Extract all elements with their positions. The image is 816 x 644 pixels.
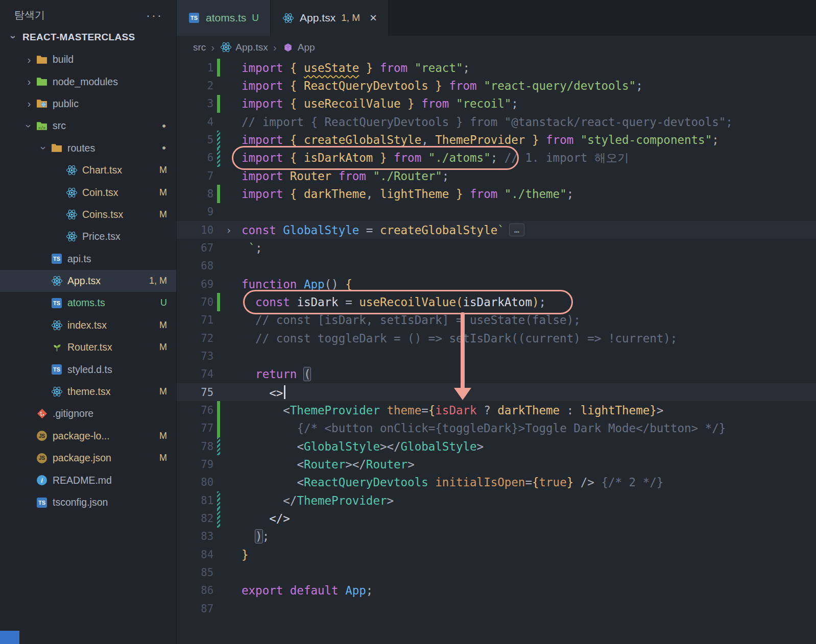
tree-item-readme-md[interactable]: iREADME.md [0, 469, 176, 491]
react-icon [65, 209, 78, 220]
code-line-86[interactable]: 86export default App; [177, 582, 816, 600]
tree-item-styled-d-ts[interactable]: TSstyled.d.ts [0, 358, 176, 380]
code-line-71[interactable]: 71 // const [isDark, setIsDark] = useSta… [177, 311, 816, 329]
project-root-label: REACT-MASTERCLASS [22, 32, 135, 43]
fold-chevron-icon[interactable]: › [223, 224, 235, 236]
tree-item-routes[interactable]: ›routes• [0, 137, 176, 159]
chevron-right-icon[interactable]: › [22, 76, 36, 88]
tree-item-label: Chart.tsx [82, 164, 122, 176]
remote-indicator[interactable] [0, 631, 19, 644]
code-line-84[interactable]: 84} [177, 546, 816, 563]
tab-app-tsx[interactable]: App.tsx1, M× [271, 0, 389, 36]
code-line-78[interactable]: 78 <GlobalStyle></GlobalStyle> [177, 437, 816, 455]
seedling-icon [51, 342, 63, 353]
breadcrumb-item-app[interactable]: App [282, 42, 315, 53]
javascript-icon: JS [36, 430, 48, 441]
tree-item-price-tsx[interactable]: Price.tsx [0, 226, 176, 247]
explorer-sidebar: 탐색기 ··· › REACT-MASTERCLASS ›build›node_… [0, 0, 177, 644]
code-line-81[interactable]: 81 </ThemeProvider> [177, 491, 816, 509]
code-line-77[interactable]: 77 {/* <button onClick={toggleDark}>Togg… [177, 419, 816, 437]
tree-item-public[interactable]: ›public [0, 93, 176, 115]
line-number: 78 [177, 440, 213, 453]
tree-item-build[interactable]: ›build [0, 48, 176, 70]
gutter-added-bar [213, 419, 223, 437]
line-number: 1 [177, 62, 213, 74]
gutter-spacer [213, 600, 223, 617]
tree-item-atoms-ts[interactable]: TSatoms.tsU [0, 292, 176, 314]
gutter-spacer [213, 311, 223, 329]
tree-item-package-json[interactable]: JSpackage.jsonM [0, 447, 176, 469]
close-tab-icon[interactable]: × [370, 13, 377, 23]
svg-text:</>: </> [38, 126, 45, 130]
code-line-3[interactable]: 3import { useRecoilValue } from "recoil"… [177, 95, 816, 113]
code-line-82[interactable]: 82 </> [177, 509, 816, 527]
typescript-icon: TS [36, 497, 48, 508]
tree-item-coins-tsx[interactable]: Coins.tsxM [0, 204, 176, 226]
code-line-68[interactable]: 68 [177, 257, 816, 275]
code-text: import { useRecoilValue } from "recoil"; [235, 97, 518, 110]
gutter-spacer [213, 528, 223, 546]
code-line-79[interactable]: 79 <Router></Router> [177, 455, 816, 473]
tree-item-chart-tsx[interactable]: Chart.tsxM [0, 159, 176, 181]
tree-item-coin-tsx[interactable]: Coin.tsxM [0, 181, 176, 203]
git-status-badge: M [159, 431, 176, 441]
breadcrumb-item-src[interactable]: src [193, 42, 206, 53]
tree-item-label: Router.tsx [67, 341, 112, 353]
git-status-badge: M [159, 386, 176, 397]
tree-item-package-lo[interactable]: JSpackage-lo...M [0, 425, 176, 447]
tree-item-app-tsx[interactable]: App.tsx1, M [0, 270, 176, 292]
code-line-75[interactable]: 75 <> [177, 383, 816, 401]
tree-item-label: node_modules [53, 76, 118, 88]
code-line-2[interactable]: 2import { ReactQueryDevtools } from "rea… [177, 77, 816, 94]
tree-item-index-tsx[interactable]: index.tsxM [0, 314, 176, 336]
tab-atoms-ts[interactable]: TSatoms.tsU [177, 0, 271, 36]
code-line-1[interactable]: 1import { useState } from "react"; [177, 59, 816, 77]
breadcrumb-label: App.tsx [235, 42, 268, 53]
code-text: const GlobalStyle = createGlobalStyle`… [235, 224, 524, 237]
chevron-down-icon[interactable]: › [23, 119, 35, 133]
code-line-87[interactable]: 87 [177, 600, 816, 617]
chevron-right-icon[interactable]: › [22, 97, 36, 110]
code-text: </ThemeProvider> [235, 494, 394, 507]
gutter-added-bar [213, 185, 223, 203]
code-line-74[interactable]: 74 return ( [177, 365, 816, 383]
chevron-down-icon[interactable]: › [38, 141, 50, 155]
code-editor[interactable]: 1import { useState } from "react";2impor… [177, 59, 816, 617]
tree-item-theme-tsx[interactable]: theme.tsxM [0, 381, 176, 403]
code-line-80[interactable]: 80 <ReactQueryDevtools initialIsOpen={tr… [177, 474, 816, 491]
javascript-icon: JS [36, 453, 48, 464]
line-number: 2 [177, 80, 213, 92]
code-line-5[interactable]: 5import { createGlobalStyle, ThemeProvid… [177, 131, 816, 148]
tree-item-router-tsx[interactable]: Router.tsxM [0, 336, 176, 358]
more-actions-icon[interactable]: ··· [146, 13, 163, 18]
code-line-72[interactable]: 72 // const toggleDark = () => setIsDark… [177, 329, 816, 347]
gutter-spacer [213, 329, 223, 347]
breadcrumb-item-app-tsx[interactable]: App.tsx [220, 42, 268, 53]
code-line-6[interactable]: 6import { isDarkAtom } from "./atoms"; /… [177, 149, 816, 167]
code-line-69[interactable]: 69function App() { [177, 275, 816, 293]
code-line-8[interactable]: 8import { darkTheme, lightTheme } from "… [177, 185, 816, 203]
code-line-83[interactable]: 83 ); [177, 528, 816, 546]
line-number: 74 [177, 368, 213, 380]
code-line-73[interactable]: 73 [177, 347, 816, 365]
gutter-spacer [213, 347, 223, 365]
code-line-70[interactable]: 70 const isDark = useRecoilValue(isDarkA… [177, 293, 816, 311]
code-line-76[interactable]: 76 <ThemeProvider theme={isDark ? darkTh… [177, 401, 816, 419]
tree-item-node-modules[interactable]: ›node_modules [0, 70, 176, 92]
code-line-9[interactable]: 9 [177, 203, 816, 221]
code-line-7[interactable]: 7import Router from "./Router"; [177, 167, 816, 185]
chevron-right-icon[interactable]: › [22, 54, 36, 66]
tree-item-tsconfig-json[interactable]: TStsconfig.json [0, 491, 176, 513]
code-line-85[interactable]: 85 [177, 563, 816, 581]
tree-item-api-ts[interactable]: TSapi.ts [0, 248, 176, 270]
project-root-row[interactable]: › REACT-MASTERCLASS [0, 26, 176, 48]
code-line-4[interactable]: 4// import { ReactQueryDevtools } from "… [177, 113, 816, 131]
tree-item-gitignore[interactable]: .gitignore [0, 403, 176, 425]
line-number: 5 [177, 134, 213, 146]
text-cursor [284, 385, 285, 399]
line-number: 6 [177, 152, 213, 164]
tree-item-src[interactable]: ›</>src• [0, 115, 176, 137]
code-line-10[interactable]: 10›const GlobalStyle = createGlobalStyle… [177, 221, 816, 239]
react-icon [51, 319, 63, 331]
code-line-67[interactable]: 67 `; [177, 239, 816, 257]
